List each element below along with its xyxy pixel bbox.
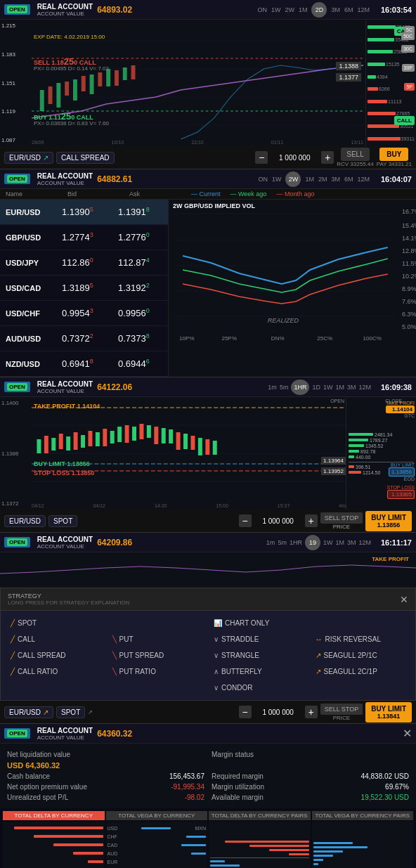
vega-currency-title: TOTAL VEGA BY CURRENCY xyxy=(106,811,208,820)
strategy-selector-4[interactable]: SPOT xyxy=(56,706,85,718)
strategy-popup-title: STRATEGY xyxy=(8,592,129,600)
call-btn-mid[interactable]: 5P xyxy=(404,83,415,91)
strategy-chart-only[interactable]: 📊 CHART ONLY xyxy=(208,615,310,631)
price-4: 1.119 xyxy=(1,108,30,115)
list-item[interactable]: USD/CHF 0.99543 0.99560 xyxy=(0,301,168,326)
panel-5-close[interactable]: ✕ xyxy=(403,727,412,740)
strategy-seagull-2c1p[interactable]: ↗ SEAGULL 2C/1P xyxy=(310,663,412,680)
list-item[interactable]: NZD/USD 0.69418 0.69446 xyxy=(0,351,168,377)
qty-minus-1[interactable]: − xyxy=(255,151,268,164)
account-name-1: REAL ACCOUNT xyxy=(37,3,93,11)
pair-selector-1[interactable]: EUR/USD ↗ xyxy=(4,152,53,164)
strategy-strangle[interactable]: ∨ STRANGLE xyxy=(208,647,310,663)
delta-currency-title: TOTAL DELTA BY CURRENCY xyxy=(3,811,105,820)
strategy-close-btn[interactable]: ✕ xyxy=(400,594,408,605)
tf-12m-1[interactable]: 12M xyxy=(357,6,370,13)
tf-1w-3[interactable]: 1W xyxy=(323,384,333,391)
tf-3m-4[interactable]: 3M xyxy=(347,539,356,546)
tf-1m-1[interactable]: 1M xyxy=(299,6,308,13)
bid-usd-jpy: 112.860 xyxy=(62,257,118,268)
tf-1w-2[interactable]: 1W xyxy=(272,176,282,183)
list-item[interactable]: USD/CAD 1.31895 1.31922 xyxy=(0,276,168,301)
sell-button-1[interactable]: SELL xyxy=(341,148,369,161)
buy-label-1: BUY xyxy=(386,150,401,158)
strategy-seagull-2p1c[interactable]: ↗ SEAGULL 2P/1C xyxy=(310,647,412,663)
call-btn-bottom[interactable]: CALL xyxy=(394,116,415,125)
strategy-butterfly[interactable]: ∧ BUTTERFLY xyxy=(208,663,310,680)
tf-1hr-3[interactable]: 1HR xyxy=(291,380,309,395)
tf-19-4[interactable]: 19 xyxy=(305,535,320,550)
condor-icon: ∨ xyxy=(214,684,219,692)
tf-5m-3[interactable]: 5m xyxy=(280,384,289,391)
tf-2d-1[interactable]: 2D xyxy=(311,2,327,18)
qty-plus-4[interactable]: + xyxy=(305,706,318,718)
strategy-call-ratio[interactable]: ╱ CALL RATIO xyxy=(5,663,107,680)
tf-6m-1[interactable]: 6M xyxy=(344,6,353,13)
strategy-call[interactable]: ╱ CALL xyxy=(5,631,107,647)
strategy-straddle[interactable]: ∨ STRADDLE xyxy=(208,631,310,647)
tf-2w-2[interactable]: 2W xyxy=(285,171,301,187)
buy-limit-right: BUY LIMIT xyxy=(389,462,415,467)
strategy-put[interactable]: ╲ PUT xyxy=(107,631,209,647)
call-btn-5c[interactable]: 5C xyxy=(404,26,415,34)
strategy-selector-1[interactable]: CALL SPREAD xyxy=(56,152,115,164)
tf-1hr-4[interactable]: 1HR xyxy=(290,539,302,546)
strategy-call-spread[interactable]: ╱ CALL SPREAD xyxy=(5,647,107,663)
ask-aud-usd: 0.73738 xyxy=(118,332,150,344)
list-item[interactable]: AUD/USD 0.73722 0.73738 xyxy=(0,326,168,351)
tf-1m-3[interactable]: 1m xyxy=(268,384,277,391)
call-btn-30p[interactable]: 30P xyxy=(402,64,415,72)
tf-3m-1[interactable]: 3M xyxy=(331,6,340,13)
strategy-put-spread[interactable]: ╲ PUT SPREAD xyxy=(107,647,209,663)
buy-button-1[interactable]: BUY xyxy=(379,148,408,161)
tf-5m-4[interactable]: 5m xyxy=(278,539,287,546)
tf-on-2[interactable]: ON xyxy=(258,176,268,183)
qty-minus-3[interactable]: − xyxy=(239,514,252,527)
tf-2m-2[interactable]: 2M xyxy=(318,176,327,183)
tf-3m-2[interactable]: 3M xyxy=(331,176,340,183)
pair-selector-3[interactable]: EUR/USD xyxy=(4,515,46,527)
tf-12m-3[interactable]: 12M xyxy=(358,384,371,391)
tf-1d-3[interactable]: 1D xyxy=(312,384,320,391)
qty-minus-4[interactable]: − xyxy=(239,706,252,718)
call-btn-30c[interactable]: 30C xyxy=(401,45,415,53)
tf-6m-2[interactable]: 6M xyxy=(344,176,353,183)
sell-stop-btn[interactable]: SELL STOP xyxy=(320,512,363,524)
account-value-label-5: ACCOUNT VALUE xyxy=(37,734,93,741)
tf-1m2-3[interactable]: 1M xyxy=(335,384,344,391)
currency-chf: CHF xyxy=(108,834,117,839)
strategy-spot[interactable]: ╱ SPOT xyxy=(5,615,107,631)
net-liq-val: USD 64,360.32 xyxy=(7,761,60,770)
price-2: 1.183 xyxy=(1,51,30,58)
qty-plus-1[interactable]: + xyxy=(321,151,334,164)
qty-plus-3[interactable]: + xyxy=(305,514,318,527)
put-icon: ╲ xyxy=(112,635,117,643)
tf-1w-1[interactable]: 1W xyxy=(271,6,281,13)
pair-selector-4[interactable]: EUR/USD ↗ xyxy=(4,706,53,718)
strategy-selector-3[interactable]: SPOT xyxy=(48,515,77,527)
sell-stop-btn-4[interactable]: SELL STOP xyxy=(320,704,363,715)
tf-on-1[interactable]: ON xyxy=(257,6,267,13)
tf-12m-4[interactable]: 12M xyxy=(358,539,371,546)
vega-currency-chart: USD MXN CHF CAD AUD xyxy=(106,822,208,868)
tf-1m-2[interactable]: 1M xyxy=(305,176,314,183)
spot-icon: ╱ xyxy=(11,619,15,627)
list-item[interactable]: GBP/USD 1.27743 1.27760 xyxy=(0,225,168,250)
account-value-1: 64893.02 xyxy=(97,5,132,15)
strategy-condor[interactable]: ∨ CONDOR xyxy=(208,680,310,696)
buy-limit-btn-4[interactable]: BUY LIMIT 1.13841 xyxy=(365,702,412,723)
tf-1m-4[interactable]: 1m xyxy=(266,539,275,546)
tf-12m-2[interactable]: 12M xyxy=(357,176,370,183)
tf-2w-1[interactable]: 2W xyxy=(285,6,294,13)
tf-3m-3[interactable]: 3M xyxy=(347,384,356,391)
tf-1m2-4[interactable]: 1M xyxy=(335,539,344,546)
ask-usd-chf: 0.99560 xyxy=(118,307,150,318)
panel-2-header: OPEN REAL ACCOUNT ACCOUNT VALUE 64882.61… xyxy=(0,169,416,189)
tf-1w-4[interactable]: 1W xyxy=(323,539,333,546)
currency-header: Name Bid Ask — Current — Week ago — Mont… xyxy=(0,189,416,200)
strategy-put-ratio[interactable]: ╲ PUT RATIO xyxy=(107,663,209,680)
list-item[interactable]: USD/JPY 112.860 112.874 xyxy=(0,250,168,276)
strategy-risk-reversal[interactable]: ↔ RISK REVERSAL xyxy=(310,631,412,647)
buy-limit-btn-3[interactable]: BUY LIMIT 1.13856 xyxy=(365,511,412,531)
list-item[interactable]: EUR/USD 1.13905 1.13918 xyxy=(0,200,168,225)
